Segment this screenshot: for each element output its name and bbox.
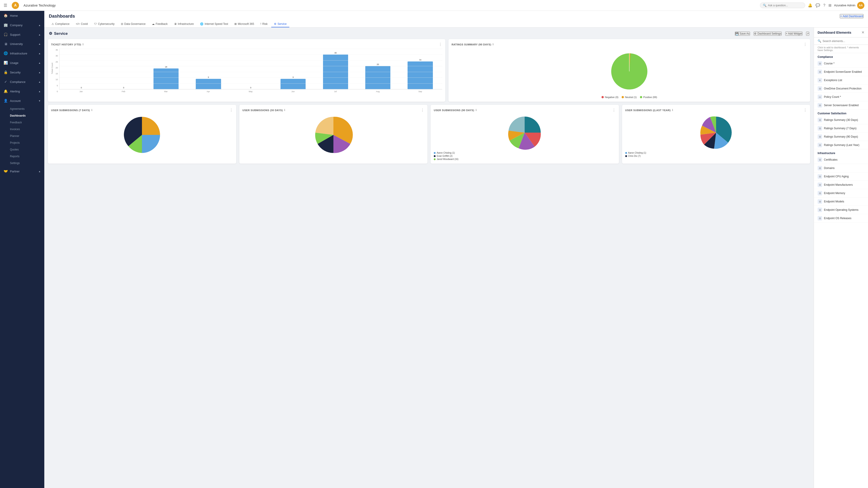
tab-risk[interactable]: ! Risk xyxy=(258,21,270,27)
sidebar-label-account: Account xyxy=(10,99,36,103)
tab-infrastructure[interactable]: 🖥 Infrastructure xyxy=(171,21,197,27)
sidebar-sub-reports[interactable]: Reports xyxy=(10,153,44,160)
chat-icon[interactable]: 💬 xyxy=(815,3,820,7)
account-icon: 👤 xyxy=(4,99,8,103)
sidebar-item-infrastructure[interactable]: 🌐 Infrastructure ▲ xyxy=(0,48,44,58)
ticket-history-info-icon[interactable]: ℹ xyxy=(83,43,84,46)
tab-cybersecurity[interactable]: 🛡 Cybersecurity xyxy=(91,21,117,27)
sidebar-sub-projects[interactable]: Projects xyxy=(10,139,44,146)
tab-data-governance[interactable]: ⊟ Data Governance xyxy=(118,21,148,27)
tab-internet-speed[interactable]: 🌐 Internet Speed Test xyxy=(197,21,231,27)
hamburger-icon[interactable]: ☰ xyxy=(4,3,7,8)
element-endpoint-os[interactable]: ⊙ Endpoint Operating Systems xyxy=(814,206,868,214)
sidebar-item-account[interactable]: 👤 Account ▼ xyxy=(0,96,44,105)
open-external-button[interactable]: ↗ xyxy=(806,32,809,36)
legend-jared: Jared Woodward (16) xyxy=(434,158,616,160)
element-course[interactable]: ⊙ Course * xyxy=(814,59,868,68)
user-sub-30d-chart xyxy=(243,115,425,155)
element-policy-count[interactable]: ▭ Policy Count * xyxy=(814,93,868,101)
element-endpoint-manufacturers[interactable]: ⊙ Endpoint Manufacturers xyxy=(814,181,868,189)
sidebar-item-usage[interactable]: 📊 Usage ▲ xyxy=(0,58,44,68)
sidebar-sub-dashboards[interactable]: Dashboards xyxy=(10,112,44,119)
legend-chris-ly: Chris Dix (7) xyxy=(625,155,807,157)
user-submissions-30d-widget: USER SUBMISSIONS (30 DAYS) ℹ ⋮ xyxy=(239,105,428,164)
ticket-history-menu[interactable]: ⋮ xyxy=(438,42,442,46)
sidebar-item-compliance[interactable]: ✓ Compliance ▲ xyxy=(0,77,44,87)
pie-90d xyxy=(506,115,543,151)
element-icon-endpoint-memory: ⊙ xyxy=(817,191,822,195)
compliance-tab-icon: ⚠ xyxy=(52,22,54,26)
element-icon-endpoint-cpu: ⊙ xyxy=(817,174,822,179)
bar-mar: 18 xyxy=(145,66,187,89)
user-sub-ly-info[interactable]: ℹ xyxy=(672,109,673,111)
sidebar-item-partner[interactable]: 🤝 Partner ▲ xyxy=(0,166,44,176)
element-endpoint-cpu[interactable]: ⊙ Endpoint CPU Aging xyxy=(814,172,868,181)
element-endpoint-os-releases[interactable]: ⊙ Endpoint OS Releases xyxy=(814,214,868,223)
sidebar-sub-planner[interactable]: Planner xyxy=(10,133,44,139)
sidebar-item-alerting[interactable]: 🔔 Alerting ▲ xyxy=(0,87,44,96)
tab-compliance[interactable]: ⚠ Compliance xyxy=(49,21,72,27)
notification-icon[interactable]: 🔔 xyxy=(808,3,812,7)
feedback-tab-icon: ☁ xyxy=(152,22,155,26)
sidebar-item-support[interactable]: 🎧 Support ▲ xyxy=(0,30,44,39)
user-sub-90d-menu[interactable]: ⋮ xyxy=(612,108,616,112)
sidebar-sub-settings[interactable]: Settings xyxy=(10,160,44,166)
ratings-menu[interactable]: ⋮ xyxy=(803,42,807,46)
element-endpoint-models[interactable]: ⊙ Endpoint Models xyxy=(814,197,868,206)
sidebar-sub-quotes[interactable]: Quotes xyxy=(10,146,44,153)
close-elements-panel-button[interactable]: ✕ xyxy=(862,30,864,35)
user-sub-30d-info[interactable]: ℹ xyxy=(284,109,285,111)
add-widget-button[interactable]: + Add Widget xyxy=(785,32,802,36)
element-ratings-7[interactable]: ⊙ Ratings Summary (7 Days) xyxy=(814,124,868,133)
save-as-button[interactable]: 💾 Save As xyxy=(735,32,750,36)
ratings-pie-container: Negative (0) Neutral (1) Positive (69) xyxy=(452,49,807,98)
element-ratings-30[interactable]: ⊙ Ratings Summary (30 Days) xyxy=(814,116,868,124)
sidebar-item-home[interactable]: 🏠 Home xyxy=(0,11,44,20)
sidebar-sub-feedback[interactable]: Feedback xyxy=(10,119,44,126)
user-sub-7d-info[interactable]: ℹ xyxy=(91,109,92,111)
element-ratings-lastyear[interactable]: ⊙ Ratings Summary (Last Year) xyxy=(814,141,868,149)
element-icon-ratings-30: ⊙ xyxy=(817,118,822,122)
legend-label-aaron: Aaron Chisling (1) xyxy=(437,152,455,154)
search-bar[interactable]: 🔍 xyxy=(760,2,805,8)
bar-jun: 9 xyxy=(272,76,314,89)
elements-search-input[interactable] xyxy=(823,39,864,43)
help-icon[interactable]: ? xyxy=(823,3,825,7)
tab-covid[interactable]: </> Covid xyxy=(73,21,90,27)
tab-feedback[interactable]: ☁ Feedback xyxy=(149,21,170,27)
dashboard-settings-button[interactable]: ⚙ Dashboard Settings xyxy=(754,32,782,36)
sidebar-item-security[interactable]: 🔒 Security ▲ xyxy=(0,68,44,77)
pie-30d xyxy=(313,115,354,155)
sidebar-item-university[interactable]: 🖥 University ▲ xyxy=(0,39,44,48)
elements-search-bar[interactable]: 🔍 xyxy=(814,37,868,45)
grid-icon[interactable]: ⊞ xyxy=(829,3,831,7)
element-icon-server-screensaver: ⊙ xyxy=(817,103,822,107)
sidebar-sub-invoices[interactable]: Invoices xyxy=(10,126,44,133)
support-icon: 🎧 xyxy=(4,33,8,37)
legend-label-negative: Negative (0) xyxy=(605,96,618,98)
element-exceptions-list[interactable]: ≡ Exceptions List xyxy=(814,76,868,85)
element-label-ratings-ly: Ratings Summary (Last Year) xyxy=(824,143,860,147)
add-dashboard-button[interactable]: + Add Dashboard xyxy=(840,14,864,18)
user-name: Azurative Admin xyxy=(834,4,855,7)
element-ratings-90[interactable]: ⊙ Ratings Summary (90 Days) xyxy=(814,133,868,141)
element-certificates[interactable]: ⊙ Certificates xyxy=(814,156,868,164)
user-sub-ly-menu[interactable]: ⋮ xyxy=(803,108,807,112)
search-input[interactable] xyxy=(768,4,800,7)
ratings-info-icon[interactable]: ℹ xyxy=(493,43,494,46)
element-endpoint-screensaver[interactable]: ⊙ Endpoint ScreenSaver Enabled xyxy=(814,68,868,76)
tab-microsoft365[interactable]: ⊠ Microsoft 365 xyxy=(232,21,257,27)
user-profile[interactable]: Azurative Admin AA xyxy=(834,2,864,9)
sidebar-sub-agreements[interactable]: Agreements xyxy=(10,105,44,112)
risk-tab-icon: ! xyxy=(260,22,261,26)
chevron-up-icon: ▲ xyxy=(38,80,41,83)
element-domains[interactable]: ⊙ Domains xyxy=(814,164,868,172)
element-endpoint-memory[interactable]: ⊙ Endpoint Memory xyxy=(814,189,868,197)
user-sub-7d-menu[interactable]: ⋮ xyxy=(229,108,233,112)
user-sub-90d-info[interactable]: ℹ xyxy=(475,109,477,111)
element-onedrive[interactable]: ⊙ OneDrive Document Protection xyxy=(814,85,868,93)
user-sub-30d-menu[interactable]: ⋮ xyxy=(421,108,424,112)
tab-service[interactable]: ⚙ Service xyxy=(271,21,289,27)
element-server-screensaver[interactable]: ⊙ Server Screensaver Enabled xyxy=(814,101,868,109)
sidebar-item-company[interactable]: 🏢 Company ▲ xyxy=(0,20,44,30)
